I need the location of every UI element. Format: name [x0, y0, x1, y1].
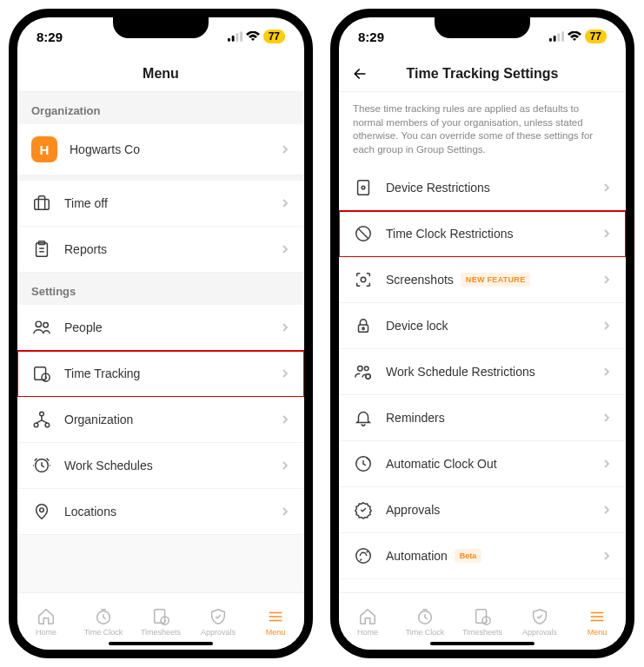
- org-row[interactable]: H Hogwarts Co: [17, 124, 304, 175]
- menu-label: Work Schedules: [64, 459, 268, 472]
- settings-label: AutomationBeta: [386, 549, 589, 563]
- svg-rect-0: [228, 38, 230, 42]
- svg-rect-1: [231, 36, 234, 42]
- settings-label: Automatic Clock Out: [386, 457, 589, 471]
- new-feature-badge: NEW FEATURE: [461, 273, 531, 287]
- schedule-icon: [31, 455, 52, 476]
- status-time: 8:29: [358, 30, 384, 44]
- settings-label: Approvals: [386, 503, 589, 517]
- settings-item-reminders[interactable]: Reminders: [339, 395, 626, 441]
- svg-rect-17: [155, 609, 165, 623]
- org-avatar: H: [31, 136, 57, 162]
- location-pin-icon: [31, 501, 52, 522]
- chevron-right-icon: [601, 228, 612, 239]
- settings-content[interactable]: These time tracking rules are applied as…: [339, 92, 626, 592]
- chevron-right-icon: [601, 320, 612, 331]
- chevron-right-icon: [280, 144, 290, 155]
- time-tracking-icon: [31, 363, 52, 384]
- chevron-right-icon: [280, 460, 290, 471]
- svg-rect-35: [476, 609, 487, 623]
- settings-item-time-clock-restrictions[interactable]: Time Clock Restrictions: [339, 211, 626, 257]
- menu-label: Reports: [64, 242, 268, 256]
- wifi-icon: [246, 31, 260, 42]
- suitcase-icon: [31, 193, 52, 214]
- svg-rect-20: [553, 36, 555, 42]
- settings-item-screenshots[interactable]: ScreenshotsNEW FEATURE: [339, 257, 626, 303]
- page-title: Menu: [143, 66, 179, 82]
- menu-item-workschedules[interactable]: Work Schedules: [17, 443, 304, 489]
- settings-item-auto-clock-out[interactable]: Automatic Clock Out: [339, 441, 626, 487]
- status-bar: 8:29 77: [17, 17, 304, 56]
- screenshot-icon: [353, 269, 374, 290]
- menu-item-timeoff[interactable]: Time off: [17, 181, 304, 227]
- clock-auto-icon: [353, 453, 374, 474]
- page-title: Time Tracking Settings: [407, 66, 559, 82]
- tab-menu[interactable]: Menu: [247, 593, 304, 650]
- svg-rect-19: [549, 38, 552, 42]
- people-icon: [31, 317, 52, 338]
- settings-label: Device lock: [386, 319, 589, 333]
- restriction-icon: [353, 223, 374, 244]
- lock-icon: [353, 315, 374, 336]
- settings-item-approvals[interactable]: Approvals: [339, 487, 626, 533]
- status-time: 8:29: [37, 30, 63, 44]
- header: Menu: [17, 56, 304, 92]
- svg-point-29: [358, 367, 363, 372]
- chevron-right-icon: [601, 274, 612, 285]
- svg-point-13: [45, 423, 50, 427]
- header: Time Tracking Settings: [339, 56, 626, 92]
- svg-rect-21: [557, 33, 560, 41]
- tab-home[interactable]: Home: [339, 593, 396, 650]
- svg-point-28: [362, 327, 364, 329]
- settings-item-automation[interactable]: AutomationBeta: [339, 533, 626, 579]
- approval-badge-icon: [353, 499, 374, 520]
- wifi-icon: [568, 31, 581, 42]
- svg-point-15: [40, 508, 44, 512]
- home-indicator[interactable]: [109, 642, 213, 645]
- svg-rect-4: [35, 199, 50, 209]
- settings-label: Reminders: [386, 411, 589, 425]
- automation-icon: [353, 545, 374, 566]
- svg-point-30: [364, 367, 368, 371]
- menu-item-organization[interactable]: Organization: [17, 397, 304, 443]
- phone-menu-screen: 8:29 77 Menu Organization H Hogwarts Co …: [9, 9, 313, 658]
- menu-label: People: [64, 320, 268, 334]
- menu-item-people[interactable]: People: [17, 305, 304, 351]
- settings-item-device-lock[interactable]: Device lock: [339, 303, 626, 349]
- svg-point-11: [40, 412, 44, 416]
- svg-point-12: [34, 423, 38, 427]
- menu-content[interactable]: Organization H Hogwarts Co Time off Repo…: [17, 92, 304, 592]
- settings-item-work-schedule-restrictions[interactable]: Work Schedule Restrictions: [339, 349, 626, 395]
- bell-icon: [353, 407, 374, 428]
- org-name: Hogwarts Co: [70, 142, 268, 156]
- org-chart-icon: [31, 409, 52, 430]
- tab-menu[interactable]: Menu: [568, 593, 626, 650]
- home-indicator[interactable]: [430, 642, 534, 645]
- svg-point-26: [361, 277, 366, 282]
- svg-rect-2: [236, 33, 238, 41]
- menu-label: Time Tracking: [64, 367, 268, 380]
- menu-item-timetracking[interactable]: Time Tracking: [17, 351, 304, 397]
- battery-indicator: 77: [585, 30, 607, 43]
- settings-description: These time tracking rules are applied as…: [339, 92, 626, 165]
- phone-timetracking-screen: 8:29 77 Time Tracking Settings These tim…: [330, 9, 634, 658]
- menu-label: Locations: [64, 505, 268, 518]
- battery-indicator: 77: [263, 30, 285, 43]
- chevron-right-icon: [601, 505, 612, 515]
- menu-item-reports[interactable]: Reports: [17, 227, 304, 273]
- svg-rect-27: [359, 325, 368, 332]
- settings-label: Device Restrictions: [386, 181, 589, 195]
- svg-point-33: [356, 549, 371, 564]
- people-gear-icon: [353, 361, 374, 382]
- svg-point-7: [36, 321, 41, 327]
- back-button[interactable]: [351, 65, 368, 83]
- svg-point-24: [362, 186, 365, 189]
- status-bar: 8:29 77: [339, 17, 626, 56]
- settings-item-device-restrictions[interactable]: Device Restrictions: [339, 165, 626, 211]
- chevron-right-icon: [601, 459, 612, 469]
- tab-home[interactable]: Home: [17, 593, 75, 650]
- svg-rect-3: [240, 31, 242, 41]
- chevron-right-icon: [601, 182, 612, 193]
- menu-item-locations[interactable]: Locations: [17, 489, 304, 535]
- chevron-right-icon: [601, 413, 612, 423]
